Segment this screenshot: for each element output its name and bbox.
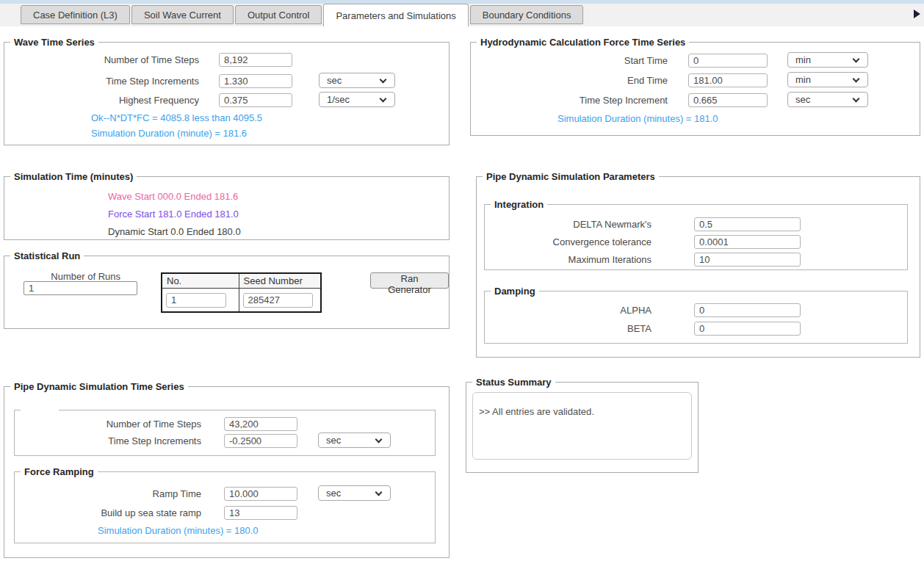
- convergence-tolerance-input[interactable]: [694, 235, 801, 249]
- beta-label: BETA: [499, 322, 652, 336]
- end-time-label: End Time: [513, 73, 668, 87]
- maximum-iterations-input[interactable]: [694, 253, 801, 267]
- tab-parameters-and-simulations[interactable]: Parameters and Simulations: [323, 4, 468, 26]
- chevron-down-icon: [380, 76, 387, 84]
- maximum-iterations-label: Maximum Iterations: [499, 253, 652, 267]
- group-title: Damping: [491, 286, 539, 297]
- force-start-line: Force Start 181.0 Ended 181.0: [108, 209, 239, 220]
- time-step-increments-input[interactable]: [224, 434, 297, 448]
- build-up-sea-state-ramp-input[interactable]: [224, 506, 297, 520]
- check-message: Ok--N*DT*FC = 4085.8 less than 4095.5: [91, 112, 262, 123]
- start-time-label: Start Time: [513, 54, 668, 68]
- ramp-time-unit-select[interactable]: sec: [318, 485, 391, 501]
- ramp-time-label: Ramp Time: [29, 487, 201, 501]
- run-no-input[interactable]: [166, 293, 226, 308]
- tab-bar: Case Definition (L3) Soil Wave Current O…: [0, 4, 924, 26]
- time-step-increments-unit-select[interactable]: sec: [319, 73, 395, 88]
- build-up-sea-state-ramp-label: Build up sea state ramp: [29, 506, 201, 520]
- group-title: Integration: [491, 199, 547, 210]
- convergence-tolerance-label: Convergence tolerance: [499, 235, 652, 249]
- ran-generator-button[interactable]: Ran Generator: [370, 272, 449, 289]
- time-step-increment-unit-select[interactable]: sec: [787, 92, 868, 107]
- end-time-input[interactable]: [688, 73, 768, 87]
- dynamic-start-line: Dynamic Start 0.0 Ended 180.0: [108, 226, 241, 237]
- number-of-time-steps-input[interactable]: [224, 417, 297, 431]
- chevron-down-icon: [375, 436, 383, 444]
- section-title: Wave Time Series: [10, 37, 98, 48]
- time-step-increments-unit-select[interactable]: sec: [318, 432, 391, 448]
- section-title: Hydrodynamic Calculation Force Time Seri…: [477, 37, 689, 48]
- status-summary-textarea[interactable]: >> All entries are validated.: [472, 392, 692, 460]
- tab-scroll-right-icon[interactable]: [914, 10, 920, 18]
- delta-newmarks-input[interactable]: [694, 217, 801, 231]
- number-of-time-steps-label: Number of Time Steps: [29, 417, 201, 431]
- highest-frequency-unit-select[interactable]: 1/sec: [319, 92, 395, 107]
- table-header-seed-number: Seed Number: [239, 273, 321, 289]
- number-of-time-steps-input[interactable]: [219, 53, 292, 67]
- highest-frequency-label: Highest Frequency: [19, 93, 199, 107]
- chevron-down-icon: [853, 95, 860, 103]
- time-step-increment-label: Time Step Increment: [513, 93, 668, 107]
- number-of-runs-input[interactable]: [24, 281, 137, 295]
- chevron-down-icon: [380, 95, 387, 103]
- duration-message: Simulation Duration (minute) = 181.6: [91, 128, 247, 139]
- wave-time-series-section: Wave Time Series Number of Time Steps Ti…: [4, 42, 450, 145]
- status-summary-section: Status Summary >> All entries are valida…: [466, 382, 699, 473]
- tab-output-control[interactable]: Output Control: [235, 5, 322, 24]
- seed-number-input[interactable]: [243, 293, 313, 308]
- selected-unit: sec: [326, 435, 341, 446]
- statistical-run-section: Statistical Run Number of Runs No. Seed …: [4, 256, 450, 329]
- integration-group: Integration DELTA Newmark's Convergence …: [484, 204, 908, 270]
- simulation-time-section: Simulation Time (minutes) Wave Start 000…: [4, 176, 450, 240]
- chevron-down-icon: [853, 56, 860, 63]
- chevron-down-icon: [375, 489, 383, 496]
- selected-unit: 1/sec: [327, 94, 350, 105]
- start-time-unit-select[interactable]: min: [787, 52, 868, 68]
- pipe-time-series-section: Pipe Dynamic Simulation Time Series Numb…: [4, 386, 450, 558]
- ramp-time-input[interactable]: [224, 487, 297, 501]
- time-steps-group: Number of Time Steps Time Step Increment…: [14, 410, 436, 456]
- time-step-increment-input[interactable]: [688, 93, 768, 107]
- section-title: Simulation Time (minutes): [10, 171, 137, 182]
- number-of-time-steps-label: Number of Time Steps: [19, 53, 199, 67]
- selected-unit: sec: [327, 75, 342, 86]
- end-time-unit-select[interactable]: min: [787, 72, 868, 87]
- table-header-no: No.: [162, 273, 239, 289]
- duration-message: Simulation Duration (minutes) = 181.0: [557, 113, 718, 124]
- section-title: Pipe Dynamic Simulation Time Series: [10, 381, 188, 392]
- damping-group: Damping ALPHA BETA: [484, 291, 908, 344]
- wave-start-line: Wave Start 000.0 Ended 181.6: [108, 191, 238, 202]
- duration-message: Simulation Duration (minutes) = 180.0: [98, 525, 259, 536]
- tab-soil-wave-current[interactable]: Soil Wave Current: [131, 5, 234, 24]
- tab-case-definition[interactable]: Case Definition (L3): [21, 5, 130, 24]
- start-time-input[interactable]: [688, 54, 768, 68]
- selected-unit: sec: [326, 488, 341, 499]
- chevron-down-icon: [853, 76, 860, 83]
- time-step-increments-label: Time Step Increments: [29, 434, 201, 448]
- section-title: Status Summary: [472, 377, 555, 388]
- section-title: Pipe Dynamic Simulation Parameters: [483, 171, 659, 182]
- section-title: Statistical Run: [10, 250, 84, 261]
- delta-newmarks-label: DELTA Newmark's: [499, 217, 652, 231]
- time-step-increments-label: Time Step Increments: [19, 74, 199, 88]
- pipe-dynamic-parameters-section: Pipe Dynamic Simulation Parameters Integ…: [476, 176, 920, 358]
- selected-unit: sec: [795, 94, 810, 105]
- alpha-input[interactable]: [694, 303, 801, 317]
- table-row: [162, 289, 321, 313]
- alpha-label: ALPHA: [499, 303, 652, 317]
- status-message: >> All entries are validated.: [479, 406, 594, 417]
- empty-legend-notch: [21, 405, 59, 413]
- force-ramping-group: Force Ramping Ramp Time sec Build up sea…: [14, 471, 436, 543]
- hydrodynamic-section: Hydrodynamic Calculation Force Time Seri…: [470, 42, 920, 136]
- group-title: Force Ramping: [21, 466, 98, 477]
- beta-input[interactable]: [694, 322, 801, 336]
- time-step-increments-input[interactable]: [219, 74, 292, 88]
- seed-number-table: No. Seed Number: [161, 272, 322, 313]
- highest-frequency-input[interactable]: [219, 93, 292, 107]
- selected-unit: min: [795, 74, 811, 85]
- selected-unit: min: [795, 54, 811, 65]
- tab-boundary-conditions[interactable]: Boundary Conditions: [470, 5, 584, 24]
